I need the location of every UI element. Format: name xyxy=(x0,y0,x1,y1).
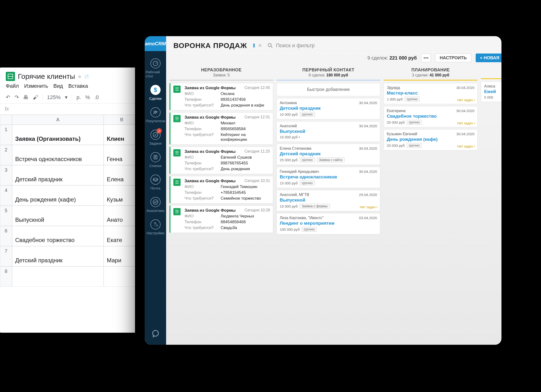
decimal-label[interactable]: .0 xyxy=(94,94,99,101)
cell[interactable]: Выпускной xyxy=(12,206,104,226)
menu-file[interactable]: Файл xyxy=(6,83,19,89)
currency-label[interactable]: р. xyxy=(76,94,81,101)
lead-time: Сегодня 10:28 xyxy=(244,208,270,212)
redo-icon[interactable]: ↷ xyxy=(14,94,19,101)
col-a-header[interactable]: A xyxy=(12,115,104,125)
deal-card[interactable]: Анатолий Выпускной 15 000 руб • 30.04.20… xyxy=(277,121,380,142)
nav-label: Списки xyxy=(149,164,162,168)
field-label: Телефон xyxy=(184,190,218,195)
deal-meta: 5 000 xyxy=(484,95,501,99)
cell[interactable]: Свадебное торжество xyxy=(12,226,104,246)
menu-view[interactable]: Вид xyxy=(53,83,63,89)
row-header[interactable]: 4 xyxy=(0,185,12,206)
row-header[interactable]: 8 xyxy=(0,266,12,287)
chat-icon[interactable] xyxy=(145,324,166,345)
list-view-icon[interactable]: ≡ xyxy=(258,42,262,49)
nav-analytics[interactable]: Аналитика xyxy=(145,195,166,215)
lead-card[interactable]: ☰ Заявка из Google Формы Сегодня 12:31 Ф… xyxy=(169,112,273,145)
kanban-view-icon[interactable]: ⦀ xyxy=(253,42,255,49)
deal-date: 30.04.2020 xyxy=(456,86,474,90)
cell[interactable]: Детский праздник xyxy=(12,246,104,266)
cell[interactable]: Мари xyxy=(104,246,140,266)
google-forms-icon: ☰ xyxy=(173,208,181,215)
row-header[interactable]: 5 xyxy=(0,206,12,226)
deal-card[interactable]: Лиза Киртаева, "Ивентс" Лендинг о меропр… xyxy=(277,213,380,234)
undo-icon[interactable]: ↶ xyxy=(6,94,10,101)
cell[interactable]: Кузьм xyxy=(104,185,140,206)
deal-card[interactable]: Екатерина Свадебное торжество 20 000 руб… xyxy=(384,106,478,127)
formula-bar[interactable]: fx xyxy=(0,103,140,115)
nav-settings[interactable]: Настройки xyxy=(145,217,166,237)
cell[interactable] xyxy=(12,266,104,287)
column-title: ПЛАНИРОВАНИЕ xyxy=(384,68,478,73)
column-header: ПЛАНИРОВАНИЕ 3 сделки: 41 000 руб xyxy=(384,66,478,81)
deal-meta: 10 000 рубсрочно xyxy=(280,112,377,117)
deal-date: 30.04.2020 xyxy=(359,124,377,128)
corner-cell[interactable] xyxy=(0,115,12,125)
cell[interactable]: Анато xyxy=(104,206,140,226)
quick-add-card[interactable]: Быстрое добавление xyxy=(277,83,380,96)
cell[interactable]: Детский праздник xyxy=(12,165,104,185)
nav-mail[interactable]: Почта xyxy=(145,172,166,193)
deal-card[interactable]: Елена Степанова Детский праздник 25 000 … xyxy=(277,144,380,165)
lead-request: Кейтеринг на конференцию xyxy=(221,132,270,142)
header-cell-b[interactable]: Клиен xyxy=(104,125,140,145)
deal-meta: 15 000 рубсрочно xyxy=(280,181,377,185)
zoom-select[interactable]: 125% xyxy=(47,94,61,101)
deal-name: Детский праздник xyxy=(280,106,377,111)
field-label: Телефон xyxy=(184,220,218,224)
sheets-doc-title[interactable]: Горячие клиенты xyxy=(18,72,75,81)
row-header[interactable]: 7 xyxy=(0,246,12,266)
header-cell-a[interactable]: Заявка (Организовать) xyxy=(12,125,104,145)
new-deal-button[interactable]: + НОВАЯ xyxy=(476,54,501,62)
configure-button[interactable]: НАСТРОИТЬ xyxy=(435,54,471,62)
row-header[interactable]: 6 xyxy=(0,226,12,246)
col-b-header[interactable]: B xyxy=(104,115,140,125)
cell[interactable]: Екате xyxy=(104,226,140,246)
lead-card[interactable]: ☰ Заявка из Google Формы Сегодня 10:28 Ф… xyxy=(169,205,273,233)
deal-card[interactable]: Алиса Емей 5 000 xyxy=(481,81,501,102)
nav-label: Покупатели xyxy=(146,119,165,123)
deal-card[interactable]: Кузьмин Евгений День рождения (кафе) 20 … xyxy=(384,129,478,150)
crm-logo[interactable]: amoCRM xyxy=(145,36,166,51)
deal-price: 25 000 руб xyxy=(280,158,298,162)
analytics-icon xyxy=(150,197,161,207)
move-icon[interactable]: 📄 xyxy=(84,74,89,79)
deal-card[interactable]: Геннадий Аркадьевич Встреча одноклассник… xyxy=(277,167,380,188)
deal-card[interactable]: Анатолий, МГТВ Выпускной 15 000 рубЗаявк… xyxy=(277,190,380,211)
print-icon[interactable]: 🖶 xyxy=(23,94,28,101)
nav-buyers[interactable]: Покупатели xyxy=(145,105,166,125)
nav-lists[interactable]: Списки xyxy=(145,150,166,170)
deal-price: 1 000 руб xyxy=(387,97,403,101)
cell[interactable]: Генна xyxy=(104,145,140,165)
paint-format-icon[interactable]: 🖌 xyxy=(33,94,38,101)
column-subtitle: Заявок: 5 xyxy=(169,73,273,77)
cell[interactable]: Елена xyxy=(104,165,140,185)
deal-date: 30.04.2020 xyxy=(359,101,377,105)
nav-dashboard[interactable]: Рабочий стол xyxy=(145,56,166,81)
lead-card[interactable]: ☰ Заявка из Google Формы Сегодня 12:45 Ф… xyxy=(169,83,273,110)
row-header[interactable]: 2 xyxy=(0,145,12,165)
row-1-header[interactable]: 1 xyxy=(0,125,12,145)
cell[interactable]: День рождения (кафе) xyxy=(12,185,104,206)
field-label: ФИО xyxy=(184,155,218,160)
lead-phone: +7858154545 xyxy=(221,190,270,195)
more-button[interactable]: ••• xyxy=(421,54,431,62)
nav-tasks[interactable]: 2 Задачи xyxy=(145,127,166,148)
menu-edit[interactable]: Изменить xyxy=(24,83,48,89)
cell[interactable] xyxy=(104,266,140,287)
lead-card[interactable]: ☰ Заявка из Google Формы Сегодня 11:25 Ф… xyxy=(169,147,273,174)
search-input[interactable]: Поиск и фильтр xyxy=(267,42,501,49)
cell[interactable]: Встреча одноклассников xyxy=(12,145,104,165)
star-icon[interactable]: ☆ xyxy=(78,74,81,79)
lead-card[interactable]: ☰ Заявка из Google Формы Сегодня 10:31 Ф… xyxy=(169,176,273,203)
deal-card[interactable]: Эдуард Мастер-класс 1 000 рубсрочно 30.0… xyxy=(384,83,478,104)
row-header[interactable]: 3 xyxy=(0,165,12,185)
deal-name: Лендинг о мероприятии xyxy=(280,221,377,226)
nav-deals[interactable]: Сделки xyxy=(145,82,166,103)
nav-label: Сделки xyxy=(149,96,162,101)
menu-insert[interactable]: Вставка xyxy=(68,83,88,89)
percent-label[interactable]: % xyxy=(85,94,90,101)
deal-card[interactable]: Антонина Детский праздник 10 000 рубсроч… xyxy=(277,98,380,119)
crm-topbar: ВОРОНКА ПРОДАЖ ⦀ ≡ Поиск и фильтр xyxy=(166,36,501,52)
